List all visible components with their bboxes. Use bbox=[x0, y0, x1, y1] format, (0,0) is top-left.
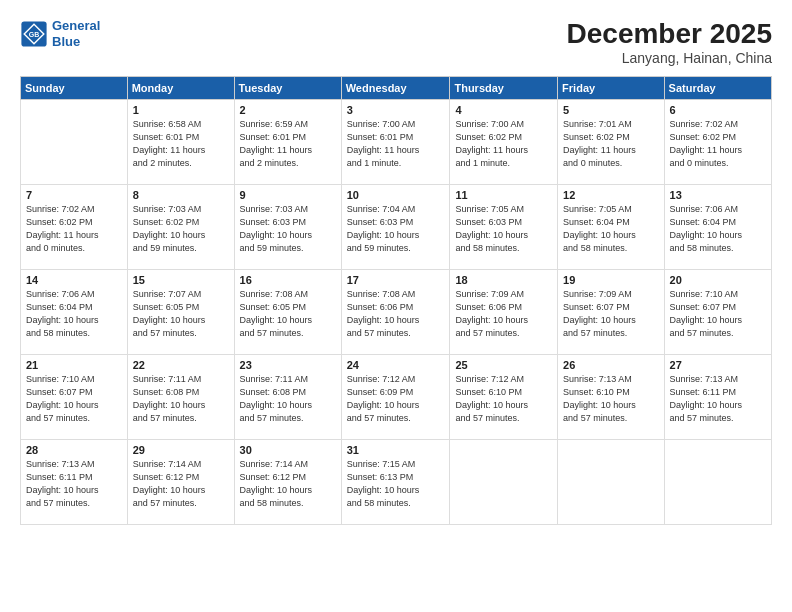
day-number-31: 31 bbox=[347, 444, 445, 456]
week-row-4: 21Sunrise: 7:10 AM Sunset: 6:07 PM Dayli… bbox=[21, 355, 772, 440]
day-number-12: 12 bbox=[563, 189, 658, 201]
cell-w5-d7 bbox=[664, 440, 771, 525]
day-number-23: 23 bbox=[240, 359, 336, 371]
cell-w4-d6: 26Sunrise: 7:13 AM Sunset: 6:10 PM Dayli… bbox=[558, 355, 664, 440]
day-info-22: Sunrise: 7:11 AM Sunset: 6:08 PM Dayligh… bbox=[133, 373, 229, 425]
cell-w4-d5: 25Sunrise: 7:12 AM Sunset: 6:10 PM Dayli… bbox=[450, 355, 558, 440]
day-number-21: 21 bbox=[26, 359, 122, 371]
day-number-17: 17 bbox=[347, 274, 445, 286]
cell-w2-d4: 10Sunrise: 7:04 AM Sunset: 6:03 PM Dayli… bbox=[341, 185, 450, 270]
day-info-1: Sunrise: 6:58 AM Sunset: 6:01 PM Dayligh… bbox=[133, 118, 229, 170]
title-block: December 2025 Lanyang, Hainan, China bbox=[567, 18, 772, 66]
day-info-24: Sunrise: 7:12 AM Sunset: 6:09 PM Dayligh… bbox=[347, 373, 445, 425]
day-info-3: Sunrise: 7:00 AM Sunset: 6:01 PM Dayligh… bbox=[347, 118, 445, 170]
cell-w1-d6: 5Sunrise: 7:01 AM Sunset: 6:02 PM Daylig… bbox=[558, 100, 664, 185]
cell-w1-d5: 4Sunrise: 7:00 AM Sunset: 6:02 PM Daylig… bbox=[450, 100, 558, 185]
cell-w4-d2: 22Sunrise: 7:11 AM Sunset: 6:08 PM Dayli… bbox=[127, 355, 234, 440]
col-tuesday: Tuesday bbox=[234, 77, 341, 100]
day-number-8: 8 bbox=[133, 189, 229, 201]
day-number-2: 2 bbox=[240, 104, 336, 116]
cell-w5-d3: 30Sunrise: 7:14 AM Sunset: 6:12 PM Dayli… bbox=[234, 440, 341, 525]
day-info-18: Sunrise: 7:09 AM Sunset: 6:06 PM Dayligh… bbox=[455, 288, 552, 340]
logo: GB General Blue bbox=[20, 18, 100, 49]
calendar-body: 1Sunrise: 6:58 AM Sunset: 6:01 PM Daylig… bbox=[21, 100, 772, 525]
cell-w3-d5: 18Sunrise: 7:09 AM Sunset: 6:06 PM Dayli… bbox=[450, 270, 558, 355]
day-number-29: 29 bbox=[133, 444, 229, 456]
day-number-3: 3 bbox=[347, 104, 445, 116]
day-info-28: Sunrise: 7:13 AM Sunset: 6:11 PM Dayligh… bbox=[26, 458, 122, 510]
day-info-6: Sunrise: 7:02 AM Sunset: 6:02 PM Dayligh… bbox=[670, 118, 766, 170]
cell-w1-d2: 1Sunrise: 6:58 AM Sunset: 6:01 PM Daylig… bbox=[127, 100, 234, 185]
day-info-15: Sunrise: 7:07 AM Sunset: 6:05 PM Dayligh… bbox=[133, 288, 229, 340]
day-number-14: 14 bbox=[26, 274, 122, 286]
day-number-24: 24 bbox=[347, 359, 445, 371]
logo-icon: GB bbox=[20, 20, 48, 48]
day-number-30: 30 bbox=[240, 444, 336, 456]
day-number-18: 18 bbox=[455, 274, 552, 286]
day-info-29: Sunrise: 7:14 AM Sunset: 6:12 PM Dayligh… bbox=[133, 458, 229, 510]
week-row-5: 28Sunrise: 7:13 AM Sunset: 6:11 PM Dayli… bbox=[21, 440, 772, 525]
calendar: Sunday Monday Tuesday Wednesday Thursday… bbox=[20, 76, 772, 525]
cell-w2-d2: 8Sunrise: 7:03 AM Sunset: 6:02 PM Daylig… bbox=[127, 185, 234, 270]
cell-w2-d5: 11Sunrise: 7:05 AM Sunset: 6:03 PM Dayli… bbox=[450, 185, 558, 270]
day-info-30: Sunrise: 7:14 AM Sunset: 6:12 PM Dayligh… bbox=[240, 458, 336, 510]
cell-w4-d7: 27Sunrise: 7:13 AM Sunset: 6:11 PM Dayli… bbox=[664, 355, 771, 440]
cell-w5-d1: 28Sunrise: 7:13 AM Sunset: 6:11 PM Dayli… bbox=[21, 440, 128, 525]
col-saturday: Saturday bbox=[664, 77, 771, 100]
day-info-13: Sunrise: 7:06 AM Sunset: 6:04 PM Dayligh… bbox=[670, 203, 766, 255]
day-info-31: Sunrise: 7:15 AM Sunset: 6:13 PM Dayligh… bbox=[347, 458, 445, 510]
day-info-11: Sunrise: 7:05 AM Sunset: 6:03 PM Dayligh… bbox=[455, 203, 552, 255]
logo-line2: Blue bbox=[52, 34, 80, 49]
day-info-14: Sunrise: 7:06 AM Sunset: 6:04 PM Dayligh… bbox=[26, 288, 122, 340]
day-number-19: 19 bbox=[563, 274, 658, 286]
day-number-26: 26 bbox=[563, 359, 658, 371]
day-info-19: Sunrise: 7:09 AM Sunset: 6:07 PM Dayligh… bbox=[563, 288, 658, 340]
cell-w5-d2: 29Sunrise: 7:14 AM Sunset: 6:12 PM Dayli… bbox=[127, 440, 234, 525]
day-number-5: 5 bbox=[563, 104, 658, 116]
cell-w3-d1: 14Sunrise: 7:06 AM Sunset: 6:04 PM Dayli… bbox=[21, 270, 128, 355]
cell-w2-d3: 9Sunrise: 7:03 AM Sunset: 6:03 PM Daylig… bbox=[234, 185, 341, 270]
day-number-25: 25 bbox=[455, 359, 552, 371]
cell-w1-d7: 6Sunrise: 7:02 AM Sunset: 6:02 PM Daylig… bbox=[664, 100, 771, 185]
calendar-header: Sunday Monday Tuesday Wednesday Thursday… bbox=[21, 77, 772, 100]
week-row-1: 1Sunrise: 6:58 AM Sunset: 6:01 PM Daylig… bbox=[21, 100, 772, 185]
week-row-3: 14Sunrise: 7:06 AM Sunset: 6:04 PM Dayli… bbox=[21, 270, 772, 355]
cell-w2-d6: 12Sunrise: 7:05 AM Sunset: 6:04 PM Dayli… bbox=[558, 185, 664, 270]
cell-w2-d1: 7Sunrise: 7:02 AM Sunset: 6:02 PM Daylig… bbox=[21, 185, 128, 270]
cell-w1-d1 bbox=[21, 100, 128, 185]
day-info-26: Sunrise: 7:13 AM Sunset: 6:10 PM Dayligh… bbox=[563, 373, 658, 425]
day-info-2: Sunrise: 6:59 AM Sunset: 6:01 PM Dayligh… bbox=[240, 118, 336, 170]
col-wednesday: Wednesday bbox=[341, 77, 450, 100]
day-number-16: 16 bbox=[240, 274, 336, 286]
day-number-20: 20 bbox=[670, 274, 766, 286]
day-info-5: Sunrise: 7:01 AM Sunset: 6:02 PM Dayligh… bbox=[563, 118, 658, 170]
day-number-27: 27 bbox=[670, 359, 766, 371]
cell-w1-d3: 2Sunrise: 6:59 AM Sunset: 6:01 PM Daylig… bbox=[234, 100, 341, 185]
day-info-20: Sunrise: 7:10 AM Sunset: 6:07 PM Dayligh… bbox=[670, 288, 766, 340]
day-number-9: 9 bbox=[240, 189, 336, 201]
cell-w3-d7: 20Sunrise: 7:10 AM Sunset: 6:07 PM Dayli… bbox=[664, 270, 771, 355]
header: GB General Blue December 2025 Lanyang, H… bbox=[20, 18, 772, 66]
cell-w4-d1: 21Sunrise: 7:10 AM Sunset: 6:07 PM Dayli… bbox=[21, 355, 128, 440]
day-info-9: Sunrise: 7:03 AM Sunset: 6:03 PM Dayligh… bbox=[240, 203, 336, 255]
cell-w3-d2: 15Sunrise: 7:07 AM Sunset: 6:05 PM Dayli… bbox=[127, 270, 234, 355]
col-sunday: Sunday bbox=[21, 77, 128, 100]
cell-w4-d3: 23Sunrise: 7:11 AM Sunset: 6:08 PM Dayli… bbox=[234, 355, 341, 440]
day-number-13: 13 bbox=[670, 189, 766, 201]
cell-w3-d6: 19Sunrise: 7:09 AM Sunset: 6:07 PM Dayli… bbox=[558, 270, 664, 355]
day-number-6: 6 bbox=[670, 104, 766, 116]
cell-w5-d5 bbox=[450, 440, 558, 525]
day-number-11: 11 bbox=[455, 189, 552, 201]
cell-w5-d4: 31Sunrise: 7:15 AM Sunset: 6:13 PM Dayli… bbox=[341, 440, 450, 525]
day-info-16: Sunrise: 7:08 AM Sunset: 6:05 PM Dayligh… bbox=[240, 288, 336, 340]
day-number-15: 15 bbox=[133, 274, 229, 286]
cell-w1-d4: 3Sunrise: 7:00 AM Sunset: 6:01 PM Daylig… bbox=[341, 100, 450, 185]
day-info-12: Sunrise: 7:05 AM Sunset: 6:04 PM Dayligh… bbox=[563, 203, 658, 255]
location-subtitle: Lanyang, Hainan, China bbox=[567, 50, 772, 66]
day-info-10: Sunrise: 7:04 AM Sunset: 6:03 PM Dayligh… bbox=[347, 203, 445, 255]
week-row-2: 7Sunrise: 7:02 AM Sunset: 6:02 PM Daylig… bbox=[21, 185, 772, 270]
day-number-28: 28 bbox=[26, 444, 122, 456]
day-number-22: 22 bbox=[133, 359, 229, 371]
cell-w3-d4: 17Sunrise: 7:08 AM Sunset: 6:06 PM Dayli… bbox=[341, 270, 450, 355]
day-number-1: 1 bbox=[133, 104, 229, 116]
